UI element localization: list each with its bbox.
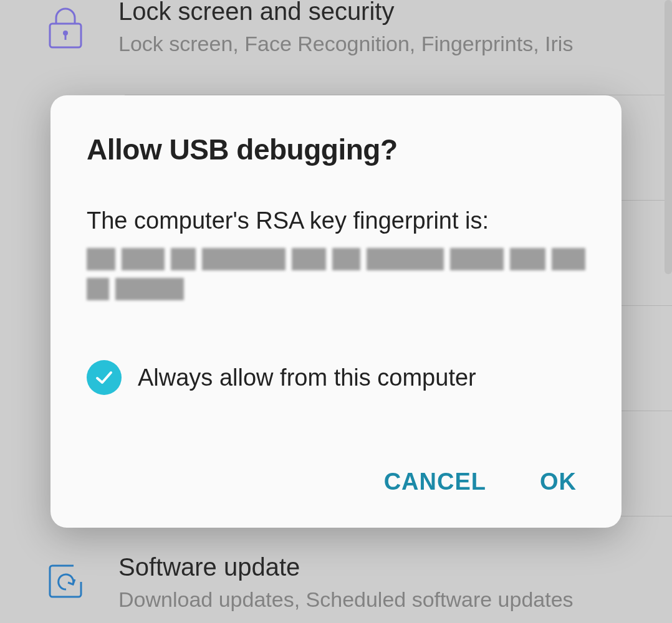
cancel-button[interactable]: CANCEL <box>382 464 489 500</box>
scrollbar[interactable] <box>665 0 672 274</box>
dialog-body-intro: The computer's RSA key fingerprint is: <box>87 207 489 234</box>
settings-item-subtitle: Download updates, Scheduled software upd… <box>118 586 660 613</box>
svg-point-1 <box>63 31 68 36</box>
rsa-fingerprint-redacted <box>87 278 186 300</box>
settings-item-software-update[interactable]: Software update Download updates, Schedu… <box>0 548 672 623</box>
checkmark-icon <box>87 360 122 395</box>
refresh-square-icon <box>12 548 118 599</box>
dialog-body: The computer's RSA key fingerprint is: <box>87 205 585 300</box>
rsa-fingerprint-redacted <box>87 248 585 270</box>
lock-icon <box>12 0 118 49</box>
dialog-title: Allow USB debugging? <box>87 133 585 166</box>
checkbox-label: Always allow from this computer <box>138 364 476 391</box>
dialog-actions: CANCEL OK <box>87 464 585 500</box>
settings-item-lock-security[interactable]: Lock screen and security Lock screen, Fa… <box>0 0 672 67</box>
settings-item-title: Lock screen and security <box>118 0 660 27</box>
ok-button[interactable]: OK <box>537 464 579 500</box>
settings-item-title: Software update <box>118 551 660 583</box>
always-allow-checkbox[interactable]: Always allow from this computer <box>87 360 585 395</box>
usb-debugging-dialog: Allow USB debugging? The computer's RSA … <box>50 95 622 528</box>
settings-item-subtitle: Lock screen, Face Recognition, Fingerpri… <box>118 30 660 57</box>
